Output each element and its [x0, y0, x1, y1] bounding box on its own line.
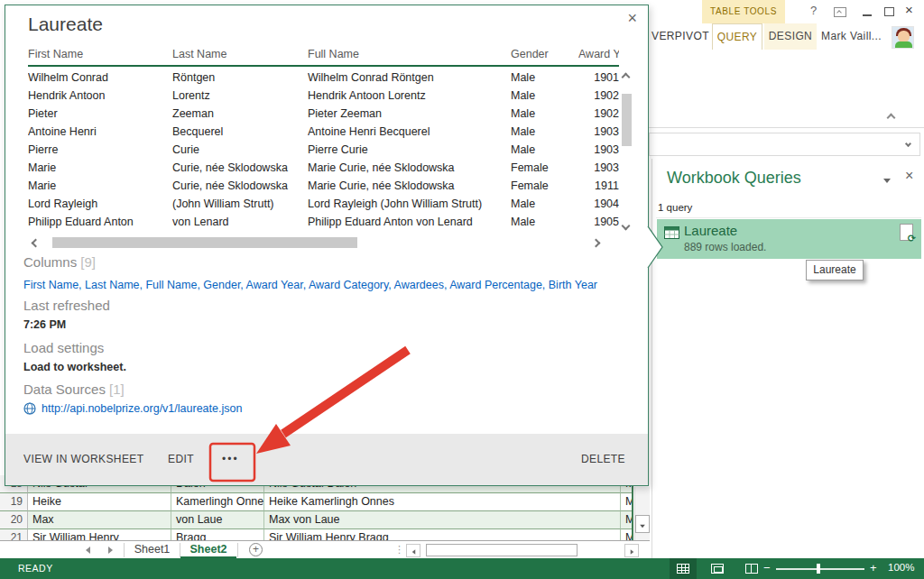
row-header[interactable]: 19 [0, 493, 28, 511]
page-break-view-button[interactable] [738, 558, 765, 579]
cell[interactable]: Max [28, 511, 171, 529]
data-source-link[interactable]: http://api.nobelprize.org/v1/laureate.js… [42, 402, 242, 415]
tab-powerpivot[interactable]: VERPIVOT [651, 23, 709, 50]
new-sheet-icon[interactable]: + [249, 543, 263, 556]
load-settings-label: Load settings [23, 340, 104, 355]
column-links[interactable]: First Name, Last Name, Full Name, Gender… [23, 279, 597, 291]
zoom-slider-thumb[interactable] [817, 564, 820, 574]
zoom-in-button[interactable]: + [870, 561, 877, 574]
scroll-right-icon[interactable] [592, 239, 601, 248]
worksheet-vertical-scrollbar[interactable] [634, 487, 650, 540]
row-header[interactable]: 21 [0, 529, 28, 540]
scrollbar-thumb[interactable] [52, 237, 357, 248]
edit-button[interactable]: EDIT [168, 434, 194, 485]
restore-window-icon[interactable] [884, 7, 894, 16]
help-icon[interactable]: ? [810, 4, 817, 17]
splitter-dots-icon[interactable]: ⋮ [394, 544, 404, 556]
page-break-icon [745, 564, 758, 574]
collapse-ribbon-icon[interactable] [887, 114, 896, 123]
last-refreshed-label: Last refreshed [23, 298, 110, 313]
column-header: Gender [511, 45, 578, 65]
preview-horizontal-scrollbar[interactable] [31, 236, 619, 250]
minimize-icon[interactable] [863, 14, 872, 16]
table-row[interactable]: 19 Heike Kamerlingh Onnes Heike Kamerlin… [0, 493, 633, 511]
cell[interactable]: von Laue [171, 511, 264, 529]
zoom-slider-track[interactable] [776, 568, 864, 570]
ribbon-display-options-icon[interactable] [834, 7, 846, 17]
cell[interactable]: Kamerlingh Onnes [171, 493, 264, 511]
avatar[interactable] [892, 26, 914, 49]
query-name: Laureate [684, 223, 737, 238]
user-name-label: Mark Vaill... [821, 30, 882, 42]
table-row[interactable]: 21 Sir William Henry Bragg Sir William H… [0, 529, 633, 540]
table-tools-contextual-header: TABLE TOOLS [702, 0, 785, 23]
table-row[interactable]: Philipp Eduard Antonvon Lenard Philipp E… [28, 213, 619, 231]
dialog-footer: VIEW IN WORKSHEET EDIT ••• DELETE [5, 434, 648, 485]
scroll-left-icon[interactable] [406, 544, 420, 557]
horizontal-scrollbar-thumb[interactable] [426, 544, 578, 556]
status-ready-label: READY [18, 563, 53, 574]
expand-formula-bar-icon[interactable] [905, 141, 911, 147]
scroll-right-icon[interactable] [624, 544, 639, 557]
cell[interactable]: Sir William Henry Bragg [264, 529, 621, 540]
close-window-icon[interactable]: × [905, 2, 913, 17]
panel-close-icon[interactable]: × [905, 168, 913, 184]
table-row[interactable]: PieterZeeman Pieter ZeemanMale 1902 [28, 105, 619, 123]
globe-icon [23, 402, 36, 415]
zoom-level-label[interactable]: 100% [888, 562, 914, 573]
panel-title: Workbook Queries [667, 169, 801, 188]
cell[interactable]: Heike Kamerlingh Onnes [264, 493, 621, 511]
panel-menu-icon[interactable] [883, 179, 891, 183]
sheet-tab-sheet1[interactable]: Sheet1 [125, 541, 179, 559]
more-options-button[interactable]: ••• [222, 434, 239, 485]
status-bar: READY − + 100% [0, 558, 924, 579]
page-layout-view-button[interactable] [704, 558, 731, 579]
scrollbar-thumb[interactable] [622, 94, 632, 146]
scroll-down-icon[interactable] [635, 515, 650, 533]
column-header: Award Year [578, 45, 619, 65]
workbook-queries-panel: Workbook Queries × 1 query Laureate 889 … [651, 159, 924, 558]
view-in-worksheet-button[interactable]: VIEW IN WORKSHEET [23, 434, 143, 485]
table-icon [664, 226, 679, 239]
cell[interactable]: Sir William Henry [28, 529, 171, 540]
scroll-up-icon[interactable] [622, 73, 631, 82]
last-refreshed-value: 7:26 PM [23, 318, 66, 331]
cell[interactable]: Max von Laue [264, 511, 621, 529]
data-sources-label: Data Sources [1] [23, 381, 125, 397]
table-row[interactable]: Antoine HenriBecquerel Antoine Henri Bec… [28, 123, 619, 141]
callout-pointer [642, 224, 664, 271]
next-sheet-icon[interactable] [108, 547, 113, 554]
table-row[interactable]: MarieCurie, née Sklodowska Marie Curie, … [28, 159, 619, 177]
dialog-title: Laureate [28, 14, 103, 35]
table-row[interactable]: Lord Rayleigh(John William Strutt) Lord … [28, 195, 619, 213]
column-header: Last Name [172, 45, 308, 65]
scroll-down-icon[interactable] [622, 222, 631, 231]
table-row[interactable]: Hendrik AntoonLorentz Hendrik Antoon Lor… [28, 87, 619, 105]
sheet-tab-sheet2[interactable]: Sheet2 [180, 541, 236, 559]
user-account-menu[interactable]: Mark Vaill... [821, 23, 898, 50]
table-row[interactable]: 20 Max von Laue Max von Laue M [0, 511, 633, 529]
load-settings-value: Load to worksheet. [23, 361, 126, 373]
delete-button[interactable]: DELETE [581, 434, 625, 485]
preview-vertical-scrollbar[interactable] [620, 70, 634, 233]
scroll-left-icon[interactable] [32, 239, 41, 248]
query-list-item[interactable]: Laureate 889 rows loaded. ⟳ [657, 219, 921, 259]
prev-sheet-icon[interactable] [86, 547, 90, 554]
sheet-refresh-icon: ⟳ [900, 224, 913, 241]
normal-view-button[interactable] [670, 558, 697, 579]
table-row[interactable]: MarieCurie, née Sklodowska Marie Curie, … [28, 177, 619, 195]
query-peek-dialog: × Laureate First Name Last Name Full Nam… [5, 5, 649, 486]
table-row[interactable]: PierreCurie Pierre CurieMale 1903 [28, 141, 619, 159]
column-header: Full Name [308, 45, 511, 65]
tab-design[interactable]: DESIGN [764, 23, 817, 50]
cell[interactable]: Heike [28, 493, 171, 511]
row-header[interactable]: 20 [0, 511, 28, 529]
zoom-out-button[interactable]: − [763, 561, 771, 574]
columns-section-label: Columns [9] [23, 254, 96, 270]
cell[interactable]: Bragg [171, 529, 264, 540]
query-count-label: 1 query [658, 202, 692, 213]
table-row[interactable]: Wilhelm ConradRöntgen Wilhelm Conrad Rön… [28, 69, 619, 87]
tab-query[interactable]: QUERY [712, 23, 762, 50]
close-icon[interactable]: × [627, 9, 637, 28]
formula-bar[interactable] [649, 133, 920, 156]
